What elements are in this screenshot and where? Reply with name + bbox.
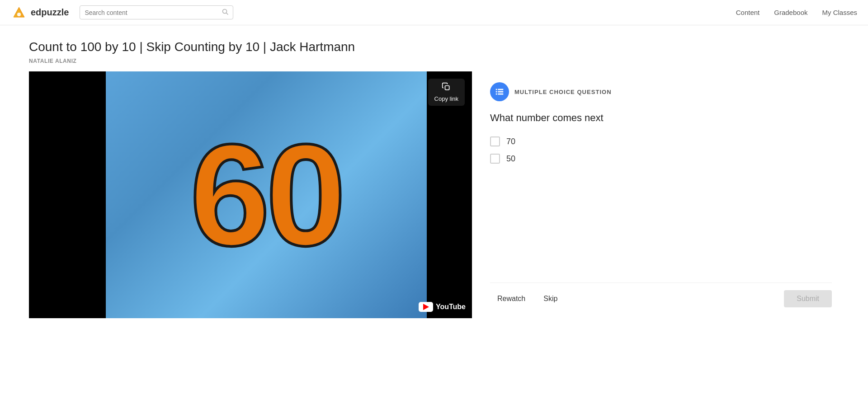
video-title: Count to 100 by 10 | Skip Counting by 10… (29, 40, 839, 54)
answer-option-2: 50 (490, 154, 832, 164)
video-left-bar (29, 71, 106, 318)
header: edpuzzle Content Gradebook My Classes (0, 0, 868, 25)
answer-checkbox-1[interactable] (490, 137, 500, 146)
nav-myclasses[interactable]: My Classes (822, 9, 857, 16)
answer-label-2: 50 (506, 154, 515, 164)
logo-link[interactable]: edpuzzle (11, 5, 69, 21)
copy-link-button[interactable]: Copy link (428, 79, 465, 106)
nav-content[interactable]: Content (736, 9, 760, 16)
video-number-display: 60 (190, 122, 342, 267)
main-content: Count to 100 by 10 | Skip Counting by 10… (0, 25, 868, 333)
question-text: What number comes next (490, 112, 832, 124)
question-type-icon (490, 82, 509, 101)
svg-point-2 (17, 13, 21, 16)
search-bar[interactable] (80, 5, 233, 19)
svg-rect-6 (496, 89, 497, 90)
logo-text: edpuzzle (31, 7, 69, 18)
copy-link-icon (442, 82, 451, 94)
list-icon (495, 87, 505, 97)
answer-options: 70 50 (490, 137, 832, 272)
svg-line-4 (226, 13, 228, 15)
video-right-bar (427, 71, 472, 318)
svg-rect-7 (498, 89, 503, 90)
answer-label-1: 70 (506, 137, 515, 146)
rewatch-button[interactable]: Rewatch (490, 291, 533, 306)
skip-button[interactable]: Skip (536, 291, 565, 306)
answer-checkbox-2[interactable] (490, 154, 500, 164)
question-actions: Rewatch Skip Submit (490, 282, 832, 307)
youtube-play-triangle (423, 304, 429, 310)
search-icon (222, 9, 228, 16)
nav-links: Content Gradebook My Classes (736, 9, 857, 16)
submit-button[interactable]: Submit (784, 290, 832, 307)
video-author: NATALIE ALANIZ (29, 58, 839, 64)
question-type-row: MULTIPLE CHOICE QUESTION (490, 82, 832, 101)
question-type-label: MULTIPLE CHOICE QUESTION (514, 89, 612, 95)
svg-rect-8 (496, 91, 497, 93)
youtube-label: YouTube (436, 303, 466, 311)
video-container: 60 Copy link YouTube (29, 71, 472, 318)
nav-gradebook[interactable]: Gradebook (774, 9, 807, 16)
svg-rect-5 (445, 86, 449, 90)
youtube-icon (419, 302, 433, 312)
svg-rect-9 (498, 91, 503, 93)
copy-link-label: Copy link (434, 95, 458, 102)
svg-rect-10 (496, 94, 497, 95)
youtube-logo: YouTube (419, 302, 466, 312)
answer-option-1: 70 (490, 137, 832, 146)
edpuzzle-logo-icon (11, 5, 27, 21)
video-frame: 60 (29, 71, 472, 318)
question-panel: MULTIPLE CHOICE QUESTION What number com… (486, 71, 839, 318)
svg-rect-11 (498, 94, 503, 95)
content-row: 60 Copy link YouTube (29, 71, 839, 318)
search-input[interactable] (85, 9, 220, 16)
